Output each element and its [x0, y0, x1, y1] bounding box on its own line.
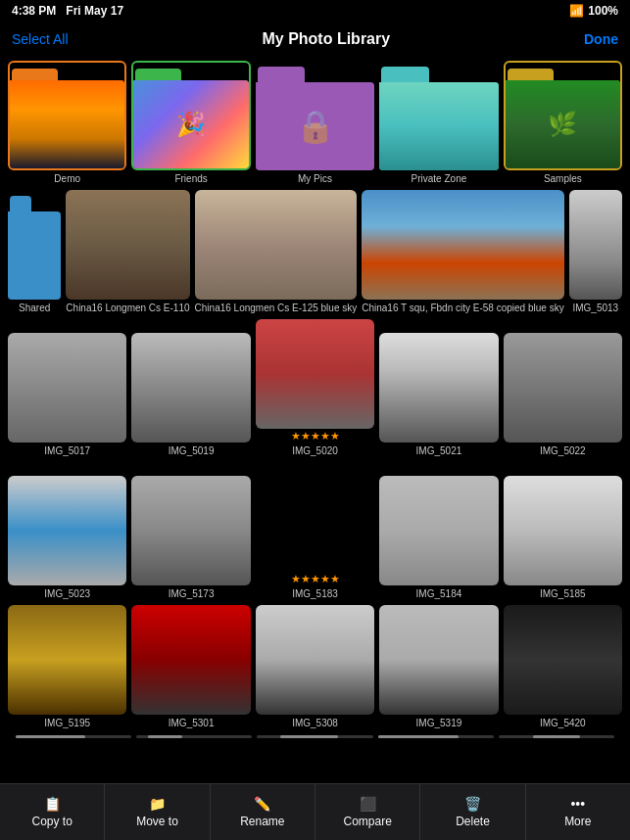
photo-stars-img5020: ★★★★★	[291, 430, 340, 443]
photo-img5195[interactable]: IMG_5195	[8, 605, 126, 728]
photo-img5301[interactable]: IMG_5301	[131, 605, 250, 728]
photo-china16-e125[interactable]: China16 Longmen Cs E-125 blue sky	[195, 190, 358, 313]
photo-label-img5173: IMG_5173	[131, 588, 250, 599]
more-button[interactable]: ••• More	[526, 784, 630, 840]
photo-row-3: IMG_5017 IMG_5019 ★★★★★ IMG_5020 IMG_502…	[8, 319, 622, 456]
folder-demo-label: Demo	[8, 173, 126, 184]
delete-icon: 🗑️	[464, 796, 481, 812]
folder-shared[interactable]: Shared	[8, 190, 61, 313]
photo-label-img5195: IMG_5195	[8, 718, 126, 728]
photo-label-img5023: IMG_5023	[8, 588, 126, 599]
photo-stars-img5183: ★★★★★	[291, 573, 340, 585]
date-label: Fri May 17	[66, 4, 123, 18]
photo-img5420[interactable]: IMG_5420	[504, 605, 622, 728]
wifi-icon: 📶	[569, 4, 584, 18]
compare-icon: ⬛	[360, 796, 376, 812]
folder-mypics-label: My Pics	[256, 173, 374, 184]
more-icon: •••	[570, 796, 585, 812]
status-indicators: 📶 100%	[569, 4, 618, 18]
photo-label-img5019: IMG_5019	[131, 445, 250, 456]
page-title: My Photo Library	[262, 30, 390, 48]
photo-label-img5185: IMG_5185	[504, 588, 622, 599]
photo-label-img5021: IMG_5021	[379, 445, 498, 456]
photo-label-img5420: IMG_5420	[504, 718, 622, 728]
photo-label-img5301: IMG_5301	[131, 718, 250, 728]
photo-china16-e110[interactable]: China16 Longmen Cs E-110	[66, 190, 189, 313]
battery-label: 100%	[588, 4, 618, 18]
bottom-toolbar: 📋 Copy to 📁 Move to ✏️ Rename ⬛ Compare …	[0, 783, 630, 840]
photo-img5013[interactable]: IMG_5013	[569, 190, 622, 313]
photo-img5020[interactable]: ★★★★★ IMG_5020	[256, 319, 374, 456]
rename-button[interactable]: ✏️ Rename	[211, 784, 315, 840]
rename-icon: ✏️	[254, 796, 270, 812]
copy-to-label: Copy to	[31, 815, 72, 828]
copy-to-button[interactable]: 📋 Copy to	[0, 784, 105, 840]
time-label: 4:38 PM	[12, 4, 56, 18]
photo-img5308[interactable]: IMG_5308	[256, 605, 374, 728]
rename-label: Rename	[240, 815, 284, 828]
photo-label-img5017: IMG_5017	[8, 445, 126, 456]
photo-label-china16-e110: China16 Longmen Cs E-110	[66, 303, 189, 313]
photo-row-4: IMG_5023 IMG_5173 ★★★★★ IMG_5183 IMG_518…	[8, 462, 622, 599]
folder-mypics[interactable]: 🔒 My Pics	[256, 61, 374, 184]
folder-samples[interactable]: 🌿 Samples	[504, 61, 622, 184]
delete-button[interactable]: 🗑️ Delete	[420, 784, 525, 840]
more-label: More	[564, 815, 591, 828]
folder-privatezone[interactable]: Private Zone	[379, 61, 498, 184]
photo-label-china16-t-squ: China16 T squ, Fbdn city E-58 copied blu…	[362, 303, 563, 313]
folder-privatezone-label: Private Zone	[379, 173, 498, 184]
photo-grid: Demo 🎉 Friends 🔒 My Pics	[0, 57, 630, 783]
folder-row-1: Demo 🎉 Friends 🔒 My Pics	[8, 61, 622, 184]
status-bar: 4:38 PM Fri May 17 📶 100%	[0, 0, 630, 22]
folder-shared-label: Shared	[8, 303, 61, 313]
photo-row-5: IMG_5195 IMG_5301 IMG_5308 IMG_5319 IMG_…	[8, 605, 622, 728]
move-to-button[interactable]: 📁 Move to	[105, 784, 210, 840]
photo-label-china16-e125: China16 Longmen Cs E-125 blue sky	[195, 303, 358, 313]
photo-label-img5308: IMG_5308	[256, 718, 374, 728]
photo-img5185[interactable]: IMG_5185	[504, 476, 622, 599]
compare-label: Compare	[343, 815, 391, 828]
folder-friends-label: Friends	[131, 173, 250, 184]
photo-label-img5020: IMG_5020	[256, 445, 374, 456]
move-to-icon: 📁	[149, 796, 166, 812]
photo-label-img5022: IMG_5022	[504, 445, 622, 456]
folder-friends[interactable]: 🎉 Friends	[131, 61, 250, 184]
compare-button[interactable]: ⬛ Compare	[315, 784, 420, 840]
photo-img5017[interactable]: IMG_5017	[8, 333, 126, 456]
photo-label-img5013: IMG_5013	[569, 303, 622, 313]
photo-img5184[interactable]: IMG_5184	[379, 476, 498, 599]
photo-img5021[interactable]: IMG_5021	[379, 333, 498, 456]
move-to-label: Move to	[136, 815, 178, 828]
folder-demo[interactable]: Demo	[8, 61, 126, 184]
photo-img5022[interactable]: IMG_5022	[504, 333, 622, 456]
photo-label-img5319: IMG_5319	[379, 718, 498, 728]
status-time: 4:38 PM Fri May 17	[12, 4, 123, 18]
photo-china16-t-squ[interactable]: China16 T squ, Fbdn city E-58 copied blu…	[362, 190, 563, 313]
photo-label-img5183: IMG_5183	[256, 588, 374, 599]
copy-to-icon: 📋	[44, 796, 61, 812]
folder-samples-label: Samples	[504, 173, 622, 184]
photo-img5023[interactable]: IMG_5023	[8, 476, 126, 599]
photo-row-2: Shared China16 Longmen Cs E-110 China16 …	[8, 190, 622, 313]
photo-img5319[interactable]: IMG_5319	[379, 605, 498, 728]
delete-label: Delete	[456, 815, 490, 828]
nav-bar: Select All My Photo Library Done	[0, 22, 630, 57]
photo-img5183[interactable]: ★★★★★ IMG_5183	[256, 462, 374, 599]
select-all-button[interactable]: Select All	[12, 31, 69, 47]
photo-label-img5184: IMG_5184	[379, 588, 498, 599]
photo-img5173[interactable]: IMG_5173	[131, 476, 250, 599]
scroll-indicators	[8, 734, 622, 740]
photo-img5019[interactable]: IMG_5019	[131, 333, 250, 456]
done-button[interactable]: Done	[584, 31, 618, 47]
